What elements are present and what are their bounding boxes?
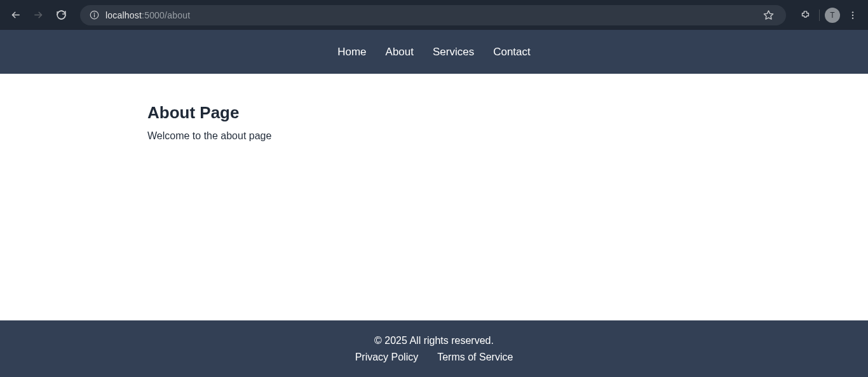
browser-menu-button[interactable] <box>844 6 862 24</box>
chrome-actions: T <box>796 6 862 24</box>
site-nav: Home About Services Contact <box>337 46 531 58</box>
svg-marker-5 <box>764 11 773 19</box>
extensions-icon <box>800 10 811 20</box>
nav-link-about[interactable]: About <box>386 46 414 58</box>
profile-initial: T <box>830 11 834 20</box>
page-title: About Page <box>147 103 721 123</box>
forward-button[interactable] <box>29 6 47 24</box>
url-host: localhost <box>105 10 142 20</box>
star-icon <box>763 10 774 20</box>
svg-point-4 <box>94 13 95 13</box>
site-info-icon[interactable] <box>89 10 99 20</box>
arrow-right-icon <box>33 10 44 20</box>
url-text: localhost:5000/about <box>105 10 190 20</box>
svg-point-7 <box>852 14 853 15</box>
page-viewport: Home About Services Contact About Page W… <box>0 30 868 377</box>
reload-icon <box>56 10 67 20</box>
nav-link-contact[interactable]: Contact <box>493 46 531 58</box>
extensions-button[interactable] <box>796 6 814 24</box>
url-path: :5000/about <box>142 10 190 20</box>
profile-avatar[interactable]: T <box>825 8 840 23</box>
browser-chrome: localhost:5000/about T <box>0 0 868 30</box>
arrow-left-icon <box>10 10 21 20</box>
svg-point-8 <box>852 17 853 18</box>
nav-link-home[interactable]: Home <box>337 46 366 58</box>
nav-link-services[interactable]: Services <box>433 46 474 58</box>
address-bar[interactable]: localhost:5000/about <box>80 5 786 25</box>
footer-link-terms[interactable]: Terms of Service <box>437 352 513 363</box>
footer-links: Privacy Policy Terms of Service <box>355 352 513 363</box>
footer-copyright: © 2025 All rights reserved. <box>374 335 494 346</box>
footer-link-privacy[interactable]: Privacy Policy <box>355 352 419 363</box>
site-footer: © 2025 All rights reserved. Privacy Poli… <box>0 320 868 377</box>
page-body: Welcome to the about page <box>147 130 721 142</box>
back-button[interactable] <box>6 6 24 24</box>
kebab-icon <box>848 10 858 20</box>
main-content: About Page Welcome to the about page <box>0 74 868 320</box>
reload-button[interactable] <box>52 6 70 24</box>
site-header: Home About Services Contact <box>0 30 868 74</box>
bookmark-button[interactable] <box>759 6 777 24</box>
vertical-divider <box>819 10 820 21</box>
svg-point-6 <box>852 11 853 13</box>
